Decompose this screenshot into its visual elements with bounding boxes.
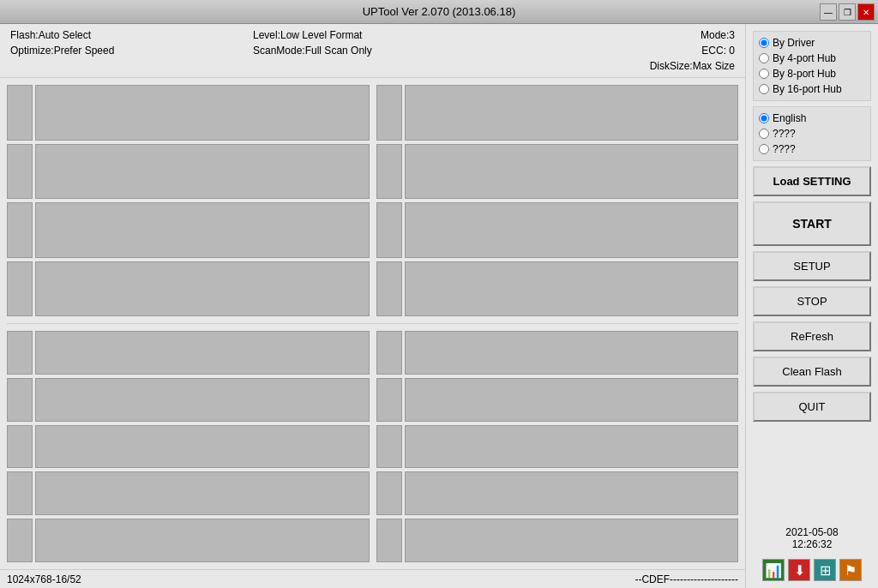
lang-label-2: ???? bbox=[773, 128, 796, 140]
disksize-info: DiskSize:Max Size bbox=[496, 60, 735, 72]
port-row-r2 bbox=[376, 144, 739, 200]
port-bar-b3 bbox=[35, 425, 370, 469]
port-indicator-rb3 bbox=[376, 425, 402, 469]
port-row-rb2 bbox=[376, 378, 739, 422]
device-grid-area bbox=[0, 78, 745, 569]
port-col-right-bottom bbox=[376, 331, 739, 562]
hub-radio-16port[interactable] bbox=[759, 84, 769, 94]
port-bar-b5 bbox=[35, 519, 370, 562]
quit-button[interactable]: QUIT bbox=[753, 392, 871, 422]
down-arrow-icon-button[interactable]: ⬇ bbox=[788, 559, 810, 581]
load-setting-button[interactable]: Load SETTING bbox=[753, 166, 871, 196]
port-indicator-4 bbox=[7, 261, 33, 317]
info-col-right: Mode:3 ECC: 0 DiskSize:Max Size bbox=[496, 29, 735, 72]
port-bar-b1 bbox=[35, 331, 370, 375]
hub-label-driver: By Driver bbox=[773, 37, 815, 49]
status-center: --CDEF-------------------- bbox=[634, 573, 738, 585]
port-col-left-bottom bbox=[7, 331, 370, 562]
hub-radio-4port[interactable] bbox=[759, 53, 769, 63]
flash-info: Flash:Auto Select bbox=[10, 29, 250, 41]
hub-radio-driver[interactable] bbox=[759, 38, 769, 48]
lang-radio-2[interactable] bbox=[759, 129, 769, 139]
lang-label-english: English bbox=[773, 112, 806, 124]
hub-selection-group: By Driver By 4-port Hub By 8-port Hub By… bbox=[753, 31, 871, 101]
refresh-button[interactable]: ReFresh bbox=[753, 321, 871, 351]
title-text: UPTool Ver 2.070 (2013.06.18) bbox=[363, 5, 516, 18]
time-display: 12:26:32 bbox=[753, 538, 871, 550]
ecc-info: ECC: 0 bbox=[496, 45, 735, 57]
port-row-r4 bbox=[376, 261, 739, 317]
grid-icon-button[interactable]: ⊞ bbox=[814, 559, 836, 581]
port-indicator-rb5 bbox=[376, 519, 402, 562]
hub-option-4port[interactable]: By 4-port Hub bbox=[759, 52, 865, 64]
datetime-display: 2021-05-08 12:26:32 bbox=[753, 526, 871, 550]
lang-option-2[interactable]: ???? bbox=[759, 128, 865, 140]
optimize-info: Optimize:Prefer Speed bbox=[10, 45, 250, 57]
port-row-rb4 bbox=[376, 471, 739, 515]
flag-icon-button[interactable]: ⚑ bbox=[839, 559, 862, 581]
info-col-center: Level:Low Level Format ScanMode:Full Sca… bbox=[253, 29, 492, 72]
close-button[interactable]: ✕ bbox=[857, 3, 875, 21]
lang-option-3[interactable]: ???? bbox=[759, 143, 865, 155]
hub-label-8port: By 8-port Hub bbox=[773, 68, 836, 80]
port-indicator-r1 bbox=[376, 85, 402, 141]
port-indicator-b1 bbox=[7, 331, 33, 375]
lang-option-english[interactable]: English bbox=[759, 112, 865, 124]
port-bar-r1 bbox=[405, 85, 739, 141]
port-row-b1 bbox=[7, 331, 370, 375]
port-indicator-b5 bbox=[7, 519, 33, 562]
left-panel: Flash:Auto Select Optimize:Prefer Speed … bbox=[0, 24, 745, 588]
start-button[interactable]: START bbox=[753, 201, 871, 246]
port-indicator-b2 bbox=[7, 378, 33, 422]
grid-bottom bbox=[0, 324, 745, 569]
top-port-group bbox=[7, 85, 738, 316]
port-row-b3 bbox=[7, 425, 370, 469]
lang-radio-english[interactable] bbox=[759, 113, 769, 123]
port-bar-b2 bbox=[35, 378, 370, 422]
chart-icon: 📊 bbox=[765, 562, 782, 579]
chart-icon-button[interactable]: 📊 bbox=[762, 559, 785, 581]
info-col-left: Flash:Auto Select Optimize:Prefer Speed bbox=[10, 29, 250, 72]
port-indicator-b4 bbox=[7, 471, 33, 515]
port-row-1 bbox=[7, 85, 370, 141]
icon-toolbar: 📊 ⬇ ⊞ ⚑ bbox=[753, 559, 871, 581]
level-info: Level:Low Level Format bbox=[253, 29, 492, 41]
port-row-3 bbox=[7, 202, 370, 258]
main-window: Flash:Auto Select Optimize:Prefer Speed … bbox=[0, 24, 878, 588]
port-indicator-2 bbox=[7, 144, 33, 200]
port-row-4 bbox=[7, 261, 370, 317]
down-arrow-icon: ⬇ bbox=[794, 562, 805, 579]
port-bar-rb3 bbox=[405, 425, 739, 469]
setup-button[interactable]: SETUP bbox=[753, 251, 871, 281]
minimize-button[interactable]: — bbox=[820, 3, 837, 21]
hub-option-driver[interactable]: By Driver bbox=[759, 37, 865, 49]
port-bar-rb1 bbox=[405, 331, 739, 375]
hub-option-16port[interactable]: By 16-port Hub bbox=[759, 83, 865, 95]
restore-button[interactable]: ❒ bbox=[839, 3, 856, 21]
port-bar-r3 bbox=[405, 202, 739, 258]
right-panel: By Driver By 4-port Hub By 8-port Hub By… bbox=[745, 24, 878, 588]
window-controls[interactable]: — ❒ ✕ bbox=[820, 3, 875, 21]
hub-radio-8port[interactable] bbox=[759, 69, 769, 79]
port-bar-rb4 bbox=[405, 471, 739, 515]
hub-label-4port: By 4-port Hub bbox=[773, 52, 836, 64]
port-indicator-rb4 bbox=[376, 471, 402, 515]
port-row-2 bbox=[7, 144, 370, 200]
port-indicator-rb1 bbox=[376, 331, 402, 375]
stop-button[interactable]: STOP bbox=[753, 286, 871, 316]
port-indicator-rb2 bbox=[376, 378, 402, 422]
port-bar-rb5 bbox=[405, 519, 739, 562]
port-indicator-1 bbox=[7, 85, 33, 141]
port-bar-3 bbox=[35, 202, 370, 258]
port-row-rb3 bbox=[376, 425, 739, 469]
clean-flash-button[interactable]: Clean Flash bbox=[753, 357, 871, 387]
hub-option-8port[interactable]: By 8-port Hub bbox=[759, 68, 865, 80]
port-row-rb1 bbox=[376, 331, 739, 375]
title-bar: UPTool Ver 2.070 (2013.06.18) — ❒ ✕ bbox=[0, 0, 878, 24]
date-display: 2021-05-08 bbox=[753, 526, 871, 538]
status-bar: 1024x768-16/52 --CDEF-------------------… bbox=[0, 569, 745, 588]
lang-radio-3[interactable] bbox=[759, 144, 769, 154]
port-bar-1 bbox=[35, 85, 370, 141]
port-col-left-top bbox=[7, 85, 370, 316]
lang-label-3: ???? bbox=[773, 143, 796, 155]
